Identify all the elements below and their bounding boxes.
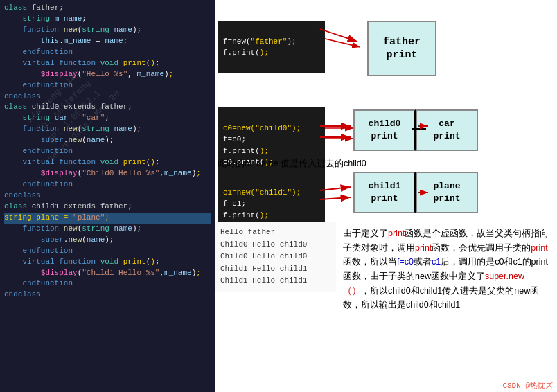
output-line-4: Child1 Hello child1 [220, 263, 330, 276]
csdn-logo: CSDN @热忱ズ [502, 380, 553, 391]
note-label: 此时的m_name 值是传入进去的child0 [218, 159, 366, 168]
output-section: Hello father Child0 Hello child0 Child0 … [215, 222, 336, 292]
output-line-5: Child1 Hello child1 [220, 275, 330, 287]
diagram-plane-print: planeprint [416, 172, 478, 213]
arrow-child0-car [412, 128, 426, 130]
output-line-2: Child0 Hello child0 [220, 239, 330, 251]
code-panel: class father; string m_name; function ne… [0, 0, 215, 392]
explanation-section: 由于定义了print函数是个虚函数，故当父类句柄指向子类对象时，调用print函… [336, 222, 557, 317]
bottom-section: Hello father Child0 Hello child0 Child0 … [215, 222, 557, 392]
diagram-father-print: father print [367, 21, 436, 76]
codebox-1: f=new("father"); f.print(); [218, 21, 325, 73]
note-text: 此时的m_name 值是传入进去的child0 [218, 158, 366, 170]
right-panel: f=new("father"); f.print(); father print… [215, 0, 557, 392]
father-print-label: father print [369, 35, 435, 62]
main-container: class father; string m_name; function ne… [0, 0, 557, 392]
svg-line-1 [322, 38, 360, 47]
diagram-child0-print: child0print [353, 109, 416, 151]
diagram-car-print: carprint [416, 109, 478, 151]
output-line-3: Child0 Hello child0 [220, 251, 330, 263]
output-line-1: Hello father [220, 226, 330, 239]
diagram-child1-print: child1print [353, 172, 416, 213]
